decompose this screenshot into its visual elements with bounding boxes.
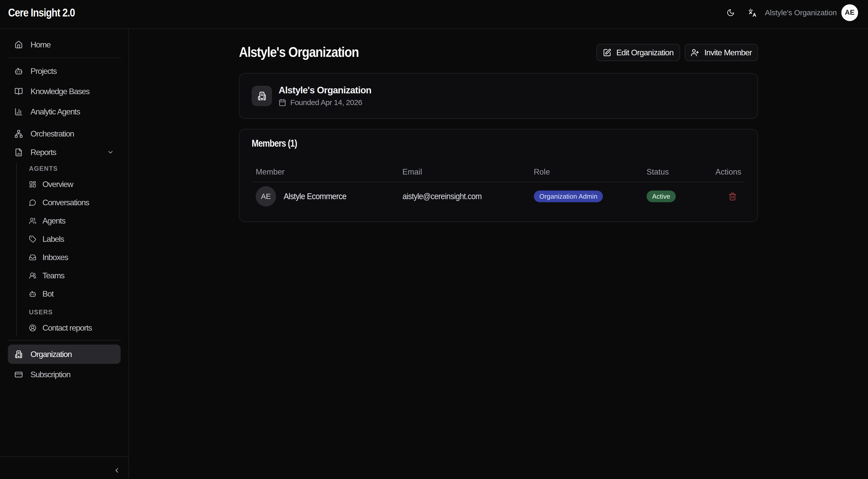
calendar-icon xyxy=(279,99,286,106)
member-cell: AE Alstyle Ecommerce xyxy=(256,186,394,207)
bot-icon xyxy=(29,290,36,298)
organization-founded: Founded Apr 14, 2026 xyxy=(279,98,371,107)
sidebar-item-projects[interactable]: Projects xyxy=(8,61,121,81)
column-header-actions: Actions xyxy=(711,167,745,182)
user-avatar[interactable]: AE xyxy=(841,4,858,21)
sidebar-item-conversations[interactable]: Conversations xyxy=(27,194,121,211)
members-table: Member Email Role Status Actions AE Alst… xyxy=(252,167,745,210)
building-icon xyxy=(14,350,23,358)
role-cell: Organization Admin xyxy=(530,182,643,210)
sidebar-item-orchestration[interactable]: Orchestration xyxy=(8,124,121,143)
section-label-agents: AGENTS xyxy=(27,163,121,174)
sidebar-item-reports[interactable]: Reports xyxy=(8,143,121,162)
credit-card-icon xyxy=(14,370,23,379)
layout-dashboard-icon xyxy=(29,181,36,188)
home-icon xyxy=(14,41,23,49)
users-round-icon xyxy=(29,272,36,279)
content-container: Alstyle's Organization Edit Organization… xyxy=(239,29,758,222)
top-bar: Cere Insight 2.0 Alstyle's Organization … xyxy=(0,0,868,29)
member-email: aistyle@cereinsight.com xyxy=(403,192,482,201)
app-title: Cere Insight 2.0 xyxy=(8,6,75,19)
organization-icon-badge xyxy=(252,86,272,106)
sidebar-item-teams[interactable]: Teams xyxy=(27,267,121,284)
inbox-icon xyxy=(29,254,36,261)
sidebar-item-label: Teams xyxy=(42,271,64,280)
sidebar-item-label: Subscription xyxy=(30,370,70,379)
tag-icon xyxy=(29,235,36,243)
chevron-down-icon xyxy=(107,149,114,156)
network-icon xyxy=(14,130,23,138)
square-pen-icon xyxy=(603,48,611,57)
sidebar-divider xyxy=(8,58,121,58)
chart-column-icon xyxy=(14,108,23,116)
delete-member-button[interactable] xyxy=(728,192,737,201)
sidebar-item-label: Agents xyxy=(42,216,65,226)
sidebar-item-label: Labels xyxy=(42,234,64,244)
section-label-users: USERS xyxy=(27,306,121,318)
sidebar-item-subscription[interactable]: Subscription xyxy=(8,365,121,384)
edit-organization-button[interactable]: Edit Organization xyxy=(596,44,680,61)
column-header-status: Status xyxy=(643,167,711,182)
book-open-icon xyxy=(14,87,23,96)
sidebar-item-label: Inboxes xyxy=(42,253,68,262)
members-title: Members (1) xyxy=(252,138,297,149)
column-header-role: Role xyxy=(530,167,643,182)
theme-toggle-button[interactable] xyxy=(724,6,737,19)
sidebar-item-label: Reports xyxy=(30,148,56,157)
email-cell: aistyle@cereinsight.com xyxy=(398,182,530,210)
member-role-badge: Organization Admin xyxy=(534,191,603,202)
sidebar-item-label: Bot xyxy=(42,289,53,299)
actions-cell xyxy=(711,182,745,210)
reports-expand-chevron[interactable] xyxy=(107,149,114,156)
language-button[interactable] xyxy=(746,6,759,19)
member-name: Alstyle Ecommerce xyxy=(284,192,346,201)
member-status-badge: Active xyxy=(647,191,676,202)
circle-user-icon xyxy=(29,324,36,332)
sidebar-item-organization[interactable]: Organization xyxy=(8,345,121,364)
sidebar-item-label: Analytic Agents xyxy=(30,107,80,116)
organization-name: Alstyle's Organization xyxy=(279,85,371,96)
sidebar-footer xyxy=(0,456,128,478)
sidebar-item-labels[interactable]: Labels xyxy=(27,231,121,247)
app-shell: Home Projects Knowledge Bases Analytic A… xyxy=(0,29,868,478)
sidebar-item-agents[interactable]: Agents xyxy=(27,213,121,229)
organization-summary-text: Alstyle's Organization Founded Apr 14, 2… xyxy=(279,85,371,107)
moon-icon xyxy=(726,9,735,17)
edit-organization-label: Edit Organization xyxy=(616,48,674,57)
sidebar-item-home[interactable]: Home xyxy=(8,35,121,54)
sidebar-item-label: Contact reports xyxy=(42,323,92,333)
trash-icon xyxy=(728,192,737,201)
page-header: Alstyle's Organization Edit Organization… xyxy=(239,43,758,60)
sidebar-collapse-button[interactable] xyxy=(111,464,123,476)
page-header-actions: Edit Organization Invite Member xyxy=(596,44,758,61)
building-icon xyxy=(257,91,267,101)
sidebar: Home Projects Knowledge Bases Analytic A… xyxy=(0,29,129,478)
user-plus-icon xyxy=(691,48,699,57)
column-header-email: Email xyxy=(398,167,530,182)
main-area: Alstyle's Organization Edit Organization… xyxy=(129,29,868,478)
sidebar-item-contact-reports[interactable]: Contact reports xyxy=(27,320,121,336)
invite-member-label: Invite Member xyxy=(704,48,752,57)
members-table-header-row: Member Email Role Status Actions xyxy=(252,167,745,182)
sidebar-item-bot[interactable]: Bot xyxy=(27,286,121,302)
sidebar-item-inboxes[interactable]: Inboxes xyxy=(27,249,121,265)
sidebar-item-overview[interactable]: Overview xyxy=(27,176,121,192)
topbar-org-name: Alstyle's Organization xyxy=(765,8,837,17)
member-cell-wrapper: AE Alstyle Ecommerce xyxy=(252,182,398,210)
sidebar-item-label: Knowledge Bases xyxy=(30,87,89,96)
member-row: AE Alstyle Ecommerce aistyle@cereinsight… xyxy=(252,182,745,210)
invite-member-button[interactable]: Invite Member xyxy=(685,44,758,61)
column-header-member: Member xyxy=(252,167,398,182)
sidebar-item-knowledge-bases[interactable]: Knowledge Bases xyxy=(8,82,121,101)
chevron-left-icon xyxy=(113,467,121,474)
sidebar-item-analytic-agents[interactable]: Analytic Agents xyxy=(8,102,121,121)
message-circle-icon xyxy=(29,199,36,206)
translate-icon xyxy=(748,8,757,17)
organization-summary-card: Alstyle's Organization Founded Apr 14, 2… xyxy=(239,73,758,119)
members-card: Members (1) Member Email Role Status Act… xyxy=(239,129,758,222)
sidebar-item-label: Projects xyxy=(30,66,57,76)
sidebar-item-label: Organization xyxy=(30,350,72,359)
page-title: Alstyle's Organization xyxy=(239,44,359,60)
sidebar-item-label: Conversations xyxy=(42,198,89,207)
sidebar-item-label: Overview xyxy=(42,180,73,189)
